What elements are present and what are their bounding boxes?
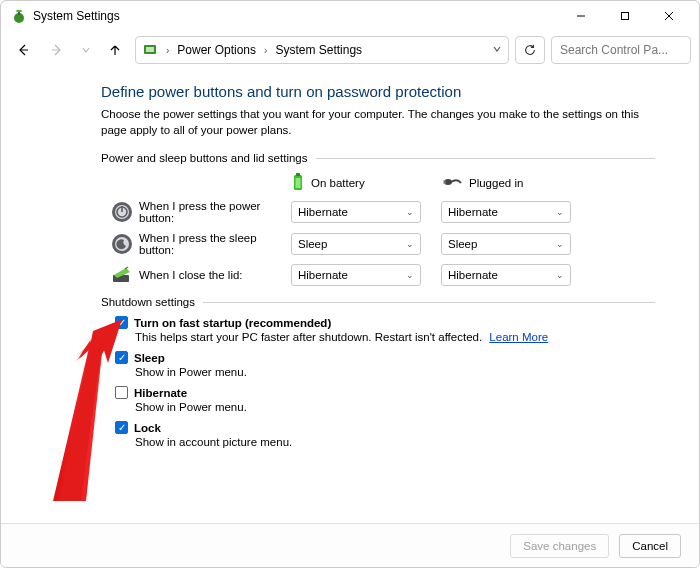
search-input[interactable]: Search Control Pa... xyxy=(551,36,691,64)
chevron-down-icon: ⌄ xyxy=(556,270,564,280)
sleep-title: Sleep xyxy=(134,352,165,364)
close-button[interactable] xyxy=(647,1,691,31)
breadcrumb-power-options[interactable]: Power Options xyxy=(177,43,256,57)
up-button[interactable] xyxy=(101,36,129,64)
fast-startup-title: Turn on fast startup (recommended) xyxy=(134,317,331,329)
power-section-label: Power and sleep buttons and lid settings xyxy=(101,152,655,164)
minimize-button[interactable] xyxy=(559,1,603,31)
hibernate-checkbox[interactable] xyxy=(115,386,128,399)
chevron-down-icon: ⌄ xyxy=(556,239,564,249)
svg-rect-4 xyxy=(622,13,629,20)
breadcrumb-chevron-icon: › xyxy=(166,45,169,56)
lock-checkbox[interactable] xyxy=(115,421,128,434)
hibernate-title: Hibernate xyxy=(134,387,187,399)
title-bar: System Settings xyxy=(1,1,699,31)
forward-button[interactable] xyxy=(43,36,71,64)
breadcrumb-system-settings[interactable]: System Settings xyxy=(275,43,362,57)
cancel-button[interactable]: Cancel xyxy=(619,534,681,558)
app-icon xyxy=(11,8,27,24)
battery-icon xyxy=(291,172,305,194)
lock-item: Lock Show in account picture menu. xyxy=(115,421,655,448)
svg-rect-10 xyxy=(146,47,154,52)
refresh-button[interactable] xyxy=(515,36,545,64)
save-changes-button[interactable]: Save changes xyxy=(510,534,609,558)
close-lid-label: When I close the lid: xyxy=(139,269,291,281)
chevron-down-icon: ⌄ xyxy=(556,207,564,217)
fast-startup-checkbox[interactable] xyxy=(115,316,128,329)
section-divider xyxy=(316,158,656,159)
power-button-plugged-select[interactable]: Hibernate ⌄ xyxy=(441,201,571,223)
svg-rect-16 xyxy=(443,183,446,184)
footer: Save changes Cancel xyxy=(1,523,699,567)
chevron-down-icon: ⌄ xyxy=(406,270,414,280)
back-button[interactable] xyxy=(9,36,37,64)
power-button-label: When I press the power button: xyxy=(139,200,291,224)
sleep-button-plugged-select[interactable]: Sleep ⌄ xyxy=(441,233,571,255)
shutdown-section-label: Shutdown settings xyxy=(101,296,655,308)
sleep-button-row: When I press the sleep button: Sleep ⌄ S… xyxy=(111,232,655,256)
address-dropdown-icon[interactable] xyxy=(492,44,502,56)
sleep-button-label: When I press the sleep button: xyxy=(139,232,291,256)
hibernate-desc: Show in Power menu. xyxy=(135,401,655,413)
chevron-down-icon: ⌄ xyxy=(406,207,414,217)
recent-locations-button[interactable] xyxy=(77,36,95,64)
lid-icon xyxy=(111,264,133,286)
content-area: Define power buttons and turn on passwor… xyxy=(1,69,699,448)
chevron-down-icon: ⌄ xyxy=(406,239,414,249)
control-panel-icon xyxy=(142,41,158,60)
page-subtext: Choose the power settings that you want … xyxy=(101,106,655,138)
svg-point-14 xyxy=(444,179,452,185)
section-divider xyxy=(203,302,655,303)
close-lid-plugged-select[interactable]: Hibernate ⌄ xyxy=(441,264,571,286)
lock-desc: Show in account picture menu. xyxy=(135,436,655,448)
sleep-item: Sleep Show in Power menu. xyxy=(115,351,655,378)
address-bar[interactable]: › Power Options › System Settings xyxy=(135,36,509,64)
search-placeholder: Search Control Pa... xyxy=(560,43,668,57)
close-lid-row: When I close the lid: Hibernate ⌄ Hibern… xyxy=(111,264,655,286)
svg-rect-15 xyxy=(443,181,446,182)
window-title: System Settings xyxy=(33,9,559,23)
sleep-checkbox[interactable] xyxy=(115,351,128,364)
power-button-icon xyxy=(111,201,133,223)
sleep-button-icon xyxy=(111,233,133,255)
on-battery-header: On battery xyxy=(291,172,441,194)
breadcrumb-chevron-icon: › xyxy=(264,45,267,56)
hibernate-item: Hibernate Show in Power menu. xyxy=(115,386,655,413)
nav-row: › Power Options › System Settings Search… xyxy=(1,31,699,69)
close-lid-battery-select[interactable]: Hibernate ⌄ xyxy=(291,264,421,286)
svg-point-2 xyxy=(16,10,22,12)
fast-startup-item: Turn on fast startup (recommended) This … xyxy=(115,316,655,343)
plug-icon xyxy=(441,175,463,191)
sleep-desc: Show in Power menu. xyxy=(135,366,655,378)
plugged-in-header: Plugged in xyxy=(441,172,591,194)
lock-title: Lock xyxy=(134,422,161,434)
page-heading: Define power buttons and turn on passwor… xyxy=(101,83,655,100)
svg-rect-13 xyxy=(296,178,301,188)
power-button-row: When I press the power button: Hibernate… xyxy=(111,200,655,224)
column-headers: On battery Plugged in xyxy=(291,172,655,194)
svg-rect-12 xyxy=(296,173,300,176)
fast-startup-desc: This helps start your PC faster after sh… xyxy=(135,331,482,343)
sleep-button-battery-select[interactable]: Sleep ⌄ xyxy=(291,233,421,255)
learn-more-link[interactable]: Learn More xyxy=(489,331,548,343)
power-button-battery-select[interactable]: Hibernate ⌄ xyxy=(291,201,421,223)
maximize-button[interactable] xyxy=(603,1,647,31)
